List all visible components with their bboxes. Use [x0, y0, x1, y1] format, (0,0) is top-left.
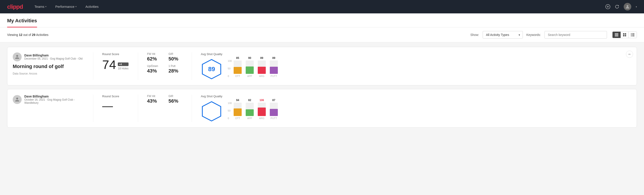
- search-input[interactable]: [544, 31, 607, 38]
- divider: [138, 52, 138, 80]
- bar-chart: 100 50 0 85 OTT 90: [228, 55, 278, 78]
- hex-score: 89: [208, 66, 215, 73]
- user-date: December 05, 2021 · Gog Magog Golf Club …: [24, 57, 82, 60]
- page-header: My Activities: [0, 14, 644, 28]
- quality-title: Avg Shot Quality: [201, 94, 222, 98]
- divider: [93, 94, 93, 122]
- edit-button[interactable]: ✏: [626, 51, 633, 58]
- bar-label-arg: ARG: [259, 75, 264, 78]
- page-title: My Activities: [7, 14, 37, 28]
- navbar-right: ▾: [606, 3, 637, 10]
- round-score-value: —: [102, 100, 113, 111]
- shot-stats: FW Hit 43% GIR 56%: [147, 94, 183, 104]
- card-user: Dave Billingham October 16, 2021 · Gog M…: [13, 94, 84, 104]
- y-label-0: 0: [228, 75, 232, 78]
- gir-stat: GIR 50%: [168, 52, 183, 62]
- bar-group-ott: 85 OTT: [234, 56, 242, 78]
- bar-fill-ott: [234, 67, 242, 74]
- view-toggle: [612, 32, 637, 38]
- activity-card: ✏ Dave Billingham December 05, 2021 · Go…: [7, 47, 637, 86]
- avatar[interactable]: [624, 3, 631, 10]
- data-source: Data Source: Arccos: [13, 72, 84, 75]
- bar-fill-arg: [258, 67, 266, 74]
- fw-hit-stat: FW Hit 62%: [147, 52, 161, 62]
- user-name: Dave Billingham: [24, 54, 82, 57]
- bar-chart-2: 100 50 0 94 OTT 82: [228, 97, 278, 120]
- bars-container-2: 94 OTT 82 APP 106: [234, 102, 278, 120]
- shot-stats: FW Hit 62% GIR 50% Up/Down 43% 1 Putt 28…: [147, 52, 183, 74]
- bar-fill-putt: [270, 67, 278, 74]
- avatar: [13, 52, 22, 61]
- bar-value-app: 90: [248, 56, 251, 60]
- activity-title: Morning round of golf: [13, 64, 84, 70]
- logo[interactable]: clippd: [7, 3, 23, 10]
- bar-value-arg: 89: [260, 56, 263, 60]
- avg-shot-quality: Avg Shot Quality 100 50 0 94: [201, 94, 631, 122]
- svg-rect-13: [632, 33, 634, 34]
- bar-label-putt: PUTT: [271, 75, 277, 78]
- round-score-value: 74: [102, 58, 116, 71]
- avatar: [13, 95, 22, 104]
- svg-marker-21: [202, 102, 221, 121]
- add-button[interactable]: [606, 4, 610, 9]
- updown-stat: Up/Down 43%: [147, 64, 161, 74]
- svg-rect-14: [631, 34, 632, 34]
- activity-type-wrapper: All Activity Types: [483, 31, 523, 38]
- nav-item-performance[interactable]: Performance ▾: [54, 0, 78, 14]
- divider: [93, 52, 93, 80]
- svg-rect-15: [632, 34, 634, 34]
- divider: [192, 52, 192, 80]
- round-score-label: Round Score: [102, 52, 129, 56]
- avatar-chevron-icon: ▾: [636, 6, 637, 8]
- card-info: Dave Billingham October 16, 2021 · Gog M…: [13, 94, 84, 107]
- round-score-section: Round Score 74 +4 18 Holes: [102, 52, 129, 71]
- svg-rect-4: [615, 33, 618, 34]
- round-score-label: Round Score: [102, 94, 129, 98]
- chevron-down-icon: ▾: [76, 5, 76, 8]
- svg-rect-9: [625, 33, 626, 34]
- svg-rect-18: [631, 36, 632, 36]
- nav-item-activities[interactable]: Activities: [84, 0, 100, 14]
- svg-rect-8: [623, 33, 624, 34]
- svg-rect-19: [632, 36, 634, 36]
- divider: [138, 94, 138, 122]
- bar-group-putt2: 87 PUTT: [270, 98, 278, 120]
- svg-rect-12: [631, 33, 632, 34]
- y-label-50: 50: [228, 109, 232, 112]
- nav-item-teams[interactable]: Teams ▾: [34, 0, 47, 14]
- bar-label-app: APP: [247, 75, 252, 78]
- card-user: Dave Billingham December 05, 2021 · Gog …: [13, 52, 84, 61]
- refresh-button[interactable]: [615, 4, 619, 9]
- activity-type-select[interactable]: All Activity Types: [483, 31, 523, 38]
- chevron-down-icon: ▾: [45, 5, 46, 8]
- hexagon: 89: [201, 58, 222, 80]
- svg-rect-5: [615, 34, 618, 34]
- y-label-50: 50: [228, 67, 232, 70]
- user-name: Dave Billingham: [24, 94, 84, 98]
- avg-shot-quality: Avg Shot Quality 89 100 50 0: [201, 52, 631, 80]
- view-grid-button[interactable]: [621, 32, 628, 38]
- quality-title: Avg Shot Quality: [201, 52, 222, 56]
- fw-hit-stat: FW Hit 43%: [147, 94, 161, 104]
- bar-value-putt: 89: [272, 56, 275, 60]
- viewing-count: Viewing 12 out of 29 Activities: [7, 33, 467, 36]
- bar-group-arg2: 106 ARG: [258, 98, 266, 120]
- y-label-0: 0: [228, 117, 232, 120]
- svg-rect-10: [623, 35, 624, 36]
- bar-fill-app: [246, 66, 254, 74]
- round-score-section: Round Score —: [102, 94, 129, 111]
- show-label: Show:: [470, 33, 479, 36]
- view-list-compact-button[interactable]: [612, 32, 621, 38]
- svg-rect-16: [631, 35, 632, 36]
- hexagon: [201, 100, 222, 122]
- svg-point-3: [626, 5, 628, 7]
- svg-rect-11: [625, 35, 626, 36]
- bar-group-putt: 89 PUTT: [270, 56, 278, 78]
- card-info: Dave Billingham December 05, 2021 · Gog …: [13, 52, 84, 75]
- view-list-detail-button[interactable]: [628, 32, 637, 38]
- keywords-label: Keywords:: [526, 33, 541, 36]
- activities-list: ✏ Dave Billingham December 05, 2021 · Go…: [0, 42, 644, 132]
- divider: [192, 94, 192, 122]
- user-date: October 16, 2021 · Gog Magog Golf Club -…: [24, 98, 84, 104]
- oneputt-stat: 1 Putt 28%: [168, 64, 183, 74]
